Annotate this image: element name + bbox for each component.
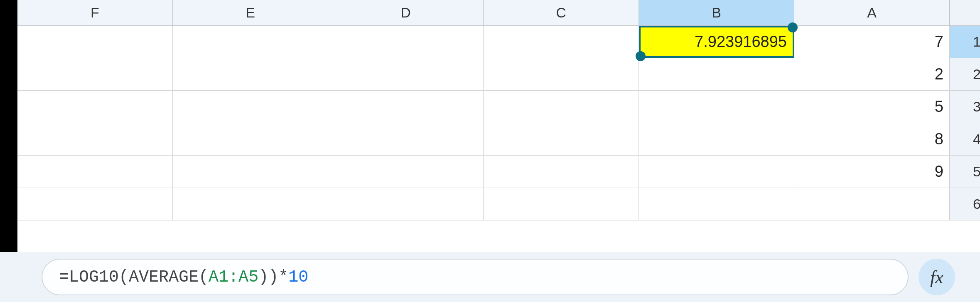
cell-D2[interactable] [328,58,484,90]
formula-bar-container: = LOG10 ( AVERAGE ( A1:A5 ) ) * 10 fx [0,252,980,302]
cell-D5[interactable] [328,156,484,188]
formula-paren-close1: ) [268,268,278,287]
cell-B4[interactable] [639,123,794,155]
cell-F4[interactable] [17,123,173,155]
cell-E5[interactable] [173,156,328,188]
cell-E6[interactable] [173,188,328,220]
cell-A2[interactable]: 2 [794,58,950,90]
col-header-C[interactable]: C [484,0,639,25]
formula-operator: * [278,268,288,287]
cell-A1[interactable]: 7 [794,26,950,58]
formula-paren-open1: ( [119,268,129,287]
cell-A4[interactable]: 8 [794,123,950,155]
row-header-1[interactable]: 1 [950,26,980,58]
cell-C2[interactable] [484,58,639,90]
row-header-5[interactable]: 5 [950,156,980,188]
cell-F2[interactable] [17,58,173,90]
cell-A6[interactable] [794,188,950,220]
grid-row-2: 2 2 [17,58,980,91]
cell-F5[interactable] [17,156,173,188]
cell-A3[interactable]: 5 [794,91,950,123]
cell-D3[interactable] [328,91,484,123]
col-header-B[interactable]: B [639,0,794,25]
formula-fn-average: AVERAGE [129,268,199,287]
col-header-E[interactable]: E [173,0,328,25]
grid-row-1: 7.923916895 7 1 [17,26,980,58]
column-header-row: F E D C B A [17,0,980,26]
formula-fn-log10: LOG10 [69,268,119,287]
selection-handle-top-right[interactable] [788,22,798,32]
row-header-6[interactable]: 6 [950,188,980,220]
cell-E3[interactable] [173,91,328,123]
left-gutter [0,0,17,252]
cell-D1[interactable] [328,26,484,58]
row-header-2[interactable]: 2 [950,58,980,90]
cell-B1[interactable]: 7.923916895 [639,26,794,58]
cell-B2[interactable] [639,58,794,90]
selection-handle-bottom-left[interactable] [636,51,646,61]
row-header-3[interactable]: 3 [950,91,980,123]
cell-F3[interactable] [17,91,173,123]
col-header-F[interactable]: F [17,0,173,25]
cell-C1[interactable] [484,26,639,58]
cell-value: 7.923916895 [695,33,787,51]
cell-E1[interactable] [173,26,328,58]
corner-blank [950,0,980,25]
cell-B5[interactable] [639,156,794,188]
cell-B3[interactable] [639,91,794,123]
cell-D4[interactable] [328,123,484,155]
cell-A5[interactable]: 9 [794,156,950,188]
formula-bar[interactable]: = LOG10 ( AVERAGE ( A1:A5 ) ) * 10 [42,259,909,295]
grid-row-6: 6 [17,188,980,220]
grid-container: F E D C B A 7.923916895 7 1 [17,0,980,252]
cell-F6[interactable] [17,188,173,220]
grid-row-5: 9 5 [17,156,980,188]
cell-C5[interactable] [484,156,639,188]
cell-C6[interactable] [484,188,639,220]
grid-body: 7.923916895 7 1 2 2 [17,26,980,252]
row-header-4[interactable]: 4 [950,123,980,155]
col-header-A[interactable]: A [794,0,950,25]
formula-paren-close2: ) [258,268,268,287]
fx-button[interactable]: fx [919,259,955,295]
cell-F1[interactable] [17,26,173,58]
formula-equals: = [59,268,69,287]
cell-E4[interactable] [173,123,328,155]
spreadsheet-area: F E D C B A 7.923916895 7 1 [0,0,980,252]
col-header-D[interactable]: D [328,0,484,25]
formula-number: 10 [288,268,308,287]
cell-B6[interactable] [639,188,794,220]
cell-C3[interactable] [484,91,639,123]
formula-paren-open2: ( [199,268,209,287]
grid-row-4: 8 4 [17,123,980,156]
cell-D6[interactable] [328,188,484,220]
formula-range: A1:A5 [209,268,258,287]
fx-icon: fx [930,267,943,288]
grid-row-3: 5 3 [17,91,980,123]
cell-C4[interactable] [484,123,639,155]
cell-E2[interactable] [173,58,328,90]
